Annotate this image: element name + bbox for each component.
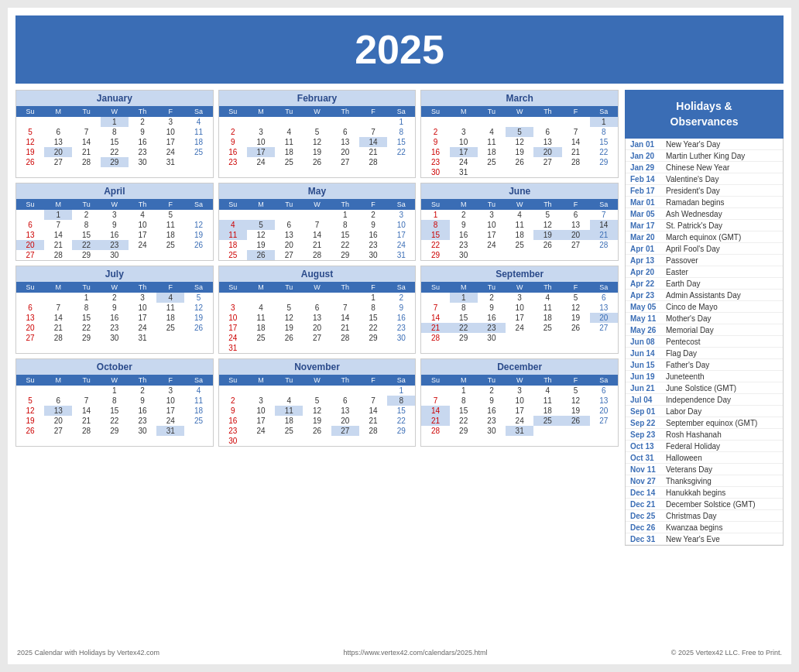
holiday-item: Oct 13Federal Holiday <box>626 441 783 452</box>
holiday-date: Mar 01 <box>630 198 661 207</box>
holiday-name: President's Day <box>666 187 720 195</box>
month-november: November SuMTuWThFSa 1 2345678 910111213… <box>218 358 417 447</box>
holiday-item: Jul 04Independence Day <box>626 394 783 406</box>
month-july: July SuMTuWThFSa 12345 6789101112 131415… <box>15 266 214 354</box>
holiday-item: Dec 31New Year's Eve <box>626 533 783 545</box>
holiday-name: Memorial Day <box>666 326 714 334</box>
holiday-date: May 05 <box>630 303 661 311</box>
holiday-date: Dec 14 <box>630 489 661 497</box>
year-header: 2025 <box>15 15 784 84</box>
holiday-item: Apr 22Earth Day <box>626 278 783 290</box>
holiday-item: Mar 01Ramadan begins <box>626 197 783 208</box>
holiday-item: Apr 20Easter <box>626 266 783 278</box>
holiday-item: Apr 01April Fool's Day <box>626 243 783 255</box>
holiday-date: Jun 21 <box>630 384 661 393</box>
holiday-item: Jun 15Father's Day <box>626 359 783 371</box>
holiday-date: Jun 19 <box>630 372 661 381</box>
month-february: February SuMTuWThFSa 1 2345678 910111213… <box>218 90 417 178</box>
holiday-date: Apr 22 <box>630 279 661 288</box>
holiday-item: Mar 20March equinox (GMT) <box>626 231 783 243</box>
holiday-item: May 05Cinco de Mayo <box>626 301 783 313</box>
holiday-date: Jun 15 <box>630 361 661 369</box>
holiday-date: Dec 25 <box>630 512 661 520</box>
holiday-date: Feb 17 <box>630 187 661 195</box>
sidebar-title: Holidays &Observances <box>625 90 784 139</box>
holiday-name: Easter <box>666 268 688 276</box>
holiday-item: Mar 17St. Patrick's Day <box>626 220 783 231</box>
footer-left: 2025 Calendar with Holidays by Vertex42.… <box>17 649 159 657</box>
sidebar: Holidays &Observances Jan 01New Year's D… <box>625 90 784 644</box>
month-april: April SuMTuWThFSa 12345 6789101112 13141… <box>15 183 214 261</box>
footer: 2025 Calendar with Holidays by Vertex42.… <box>15 649 784 657</box>
holiday-item: Sep 22September equinox (GMT) <box>626 417 783 429</box>
holiday-item: Feb 17President's Day <box>626 185 783 197</box>
month-december: December SuMTuWThFSa 123456 78910111213 … <box>420 358 619 447</box>
holiday-date: Mar 20 <box>630 233 661 242</box>
main-content: January SuMTuWThFSa 1234 567891011 12131… <box>15 90 784 644</box>
months-grid: January SuMTuWThFSa 1234 567891011 12131… <box>15 90 619 447</box>
holiday-date: Jul 04 <box>630 396 661 404</box>
holiday-name: Martin Luther King Day <box>666 152 745 160</box>
holiday-item: Mar 05Ash Wednesday <box>626 208 783 220</box>
holiday-date: Oct 13 <box>630 442 661 451</box>
holiday-item: Apr 23Admin Assistants Day <box>626 290 783 301</box>
holiday-name: Chinese New Year <box>666 163 729 172</box>
holiday-item: Jun 14Flag Day <box>626 348 783 359</box>
holiday-name: Valentine's Day <box>666 175 718 183</box>
holiday-name: Labor Day <box>666 407 701 416</box>
month-october: October SuMTuWThFSa 1234 567891011 12131… <box>15 358 214 447</box>
holiday-item: Jun 19Juneteenth <box>626 371 783 382</box>
holiday-item: Apr 13Passover <box>626 255 783 266</box>
holiday-item: Nov 27Thanksgiving <box>626 475 783 487</box>
holiday-date: Mar 17 <box>630 221 661 230</box>
month-may: May SuMTuWThFSa 123 45678910 11121314151… <box>218 183 417 261</box>
holiday-date: Dec 31 <box>630 535 661 543</box>
holiday-name: St. Patrick's Day <box>666 221 722 230</box>
year-text: 2025 <box>355 27 444 72</box>
holiday-item: Dec 25Christmas Day <box>626 510 783 522</box>
holiday-date: Oct 31 <box>630 454 661 462</box>
holiday-name: Ash Wednesday <box>666 210 722 218</box>
holiday-item: Feb 14Valentine's Day <box>626 173 783 185</box>
holiday-name: Cinco de Mayo <box>666 303 718 311</box>
footer-right: © 2025 Vertex42 LLC. Free to Print. <box>671 649 782 657</box>
holiday-date: Sep 23 <box>630 430 661 439</box>
holiday-date: May 11 <box>630 314 661 323</box>
holiday-date: Jan 20 <box>630 152 661 160</box>
holiday-name: Admin Assistants Day <box>666 291 741 300</box>
holiday-date: Dec 26 <box>630 523 661 532</box>
holiday-name: Independence Day <box>666 396 731 404</box>
holiday-name: December Solstice (GMT) <box>666 500 756 509</box>
holiday-name: Passover <box>666 256 698 265</box>
holiday-item: May 26Memorial Day <box>626 324 783 336</box>
holiday-name: March equinox (GMT) <box>666 233 741 242</box>
holiday-date: Jun 08 <box>630 338 661 346</box>
holiday-name: Kwanzaa begins <box>666 523 722 532</box>
holiday-date: Jun 14 <box>630 349 661 358</box>
holiday-item: May 11Mother's Day <box>626 313 783 324</box>
holiday-list: Jan 01New Year's DayJan 20Martin Luther … <box>625 139 784 546</box>
month-june: June SuMTuWThFSa 1234567 891011121314 15… <box>420 183 619 261</box>
holiday-date: Apr 20 <box>630 268 661 276</box>
page: 2025 January SuMTuWThFSa 1234 567891011 <box>8 8 791 664</box>
holiday-date: Apr 23 <box>630 291 661 300</box>
holiday-item: Dec 26Kwanzaa begins <box>626 522 783 533</box>
holiday-name: Thanksgiving <box>666 477 712 485</box>
month-august: August SuMTuWThFSa 12 3456789 1011121314… <box>218 266 417 354</box>
holiday-date: Dec 21 <box>630 500 661 509</box>
holiday-date: Apr 01 <box>630 245 661 253</box>
holiday-item: Jan 01New Year's Day <box>626 139 783 150</box>
holiday-name: New Year's Day <box>666 140 720 149</box>
month-january: January SuMTuWThFSa 1234 567891011 12131… <box>15 90 214 178</box>
holiday-name: June Solstice (GMT) <box>666 384 736 393</box>
holiday-item: Sep 01Labor Day <box>626 406 783 417</box>
holiday-item: Jun 21June Solstice (GMT) <box>626 382 783 394</box>
holiday-name: Ramadan begins <box>666 198 725 207</box>
holiday-date: Sep 01 <box>630 407 661 416</box>
holiday-date: Jan 29 <box>630 163 661 172</box>
holiday-item: Dec 21December Solstice (GMT) <box>626 499 783 510</box>
holiday-item: Dec 14Hanukkah begins <box>626 487 783 499</box>
month-march: March SuMTuWThFSa 1 2345678 910111213141… <box>420 90 619 178</box>
holiday-name: Federal Holiday <box>666 442 720 451</box>
holiday-name: September equinox (GMT) <box>666 419 757 427</box>
